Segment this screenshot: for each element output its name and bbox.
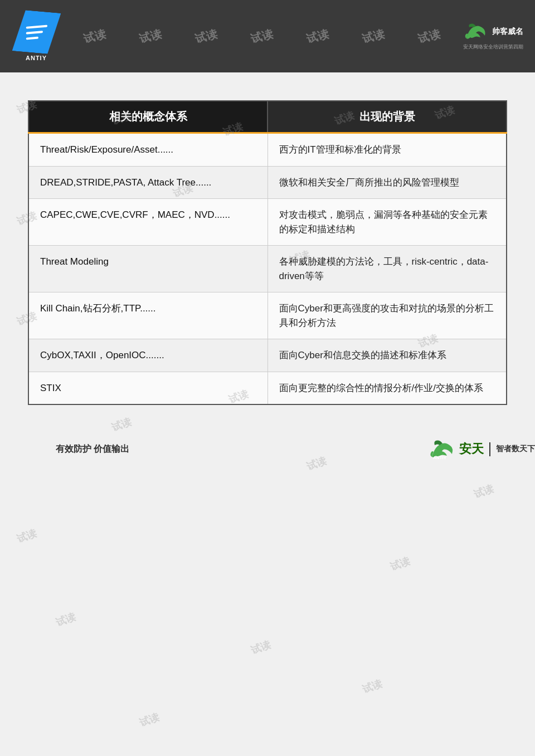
watermark-15: 试读: [361, 677, 384, 696]
watermark-14: 试读: [249, 638, 273, 657]
table-cell-left-5: CybOX,TAXII，OpenIOC.......: [28, 339, 268, 372]
main-content: 试读试读试读试读试读试读试读试读试读试读试读试读试读试读试读试读试读试读试读试读…: [0, 72, 535, 713]
table-row: CAPEC,CWE,CVE,CVRF，MAEC，NVD......对攻击模式，脆…: [28, 199, 507, 246]
table-header-row: 相关的概念体系 出现的背景: [28, 101, 507, 133]
right-logo-cn-text: 帅客威名: [492, 27, 523, 37]
table-cell-left-4: Kill Chain,钻石分析,TTP......: [28, 292, 268, 339]
header-wm-7: 试读: [416, 26, 442, 46]
table-cell-right-5: 面向Cyber和信息交换的描述和标准体系: [268, 339, 507, 372]
right-logo-subtitle: 安天网络安全培训营第四期: [463, 43, 523, 51]
table-cell-right-6: 面向更完整的综合性的情报分析/作业/交换的体系: [268, 372, 507, 404]
logo-line-2: [26, 31, 42, 35]
footer-logo-divider: [489, 442, 490, 456]
header-wm-3: 试读: [193, 26, 219, 46]
right-logo-area: 帅客威名 安天网络安全培训营第四期: [463, 11, 524, 61]
table-body: Threat/Risk/Exposure/Asset......西方的IT管理和…: [28, 133, 507, 405]
antiy-logo-text: ANTIY: [26, 55, 47, 61]
table-cell-left-0: Threat/Risk/Exposure/Asset......: [28, 133, 268, 167]
col2-header: 出现的背景: [268, 101, 507, 133]
concepts-table: 相关的概念体系 出现的背景 Threat/Risk/Exposure/Asset…: [28, 100, 507, 405]
table-row: Threat/Risk/Exposure/Asset......西方的IT管理和…: [28, 133, 507, 167]
footer-bird-icon: ANTIY: [429, 438, 456, 460]
table-row: CybOX,TAXII，OpenIOC.......面向Cyber和信息交换的描…: [28, 339, 507, 372]
watermark-11: 试读: [15, 526, 38, 546]
footer-slogan: 有效防护 价值输出: [56, 443, 129, 455]
watermark-9: 试读: [110, 415, 133, 435]
header-wm-1: 试读: [82, 26, 108, 46]
header-wm-4: 试读: [249, 26, 275, 46]
logo-diamond-shape: [12, 9, 61, 55]
right-logo-top: 帅客威名: [464, 22, 523, 41]
table-row: Threat Modeling各种威胁建模的方法论，工具，risk-centri…: [28, 246, 507, 292]
col1-header: 相关的概念体系: [28, 101, 268, 133]
table-cell-right-1: 微软和相关安全厂商所推出的风险管理模型: [268, 166, 507, 199]
antiy-logo: ANTIY: [11, 8, 61, 64]
header-wm-2: 试读: [138, 26, 163, 46]
footer-logo-text: 安天: [459, 441, 484, 457]
logo-line-1: [26, 25, 47, 28]
table-cell-right-2: 对攻击模式，脆弱点，漏洞等各种基础的安全元素的标定和描述结构: [268, 199, 507, 246]
header-watermark-area: 试读 试读 试读 试读 试读 试读 试读: [61, 29, 463, 44]
eagle-icon: [464, 22, 489, 41]
table-cell-right-3: 各种威胁建模的方法论，工具，risk-centric，data-driven等等: [268, 246, 507, 292]
logo-line-3: [26, 36, 38, 40]
table-cell-right-0: 西方的IT管理和标准化的背景: [268, 133, 507, 167]
table-cell-left-1: DREAD,STRIDE,PASTA, Attack Tree......: [28, 166, 268, 199]
watermark-16: 试读: [138, 710, 161, 730]
footer: 有效防护 价值输出 ANTIY 安天 智者数天下: [56, 438, 535, 460]
table-row: DREAD,STRIDE,PASTA, Attack Tree......微软和…: [28, 166, 507, 199]
footer-logo-sub: 智者数天下: [496, 444, 535, 454]
header-wm-6: 试读: [361, 26, 386, 46]
header-wm-5: 试读: [305, 26, 330, 46]
header: ANTIY 试读 试读 试读 试读 试读 试读 试读 帅客威名 安天网络安全培训…: [0, 0, 535, 72]
table-cell-left-6: STIX: [28, 372, 268, 404]
table-cell-right-4: 面向Cyber和更高强度的攻击和对抗的场景的分析工具和分析方法: [268, 292, 507, 339]
watermark-13: 试读: [54, 610, 77, 630]
watermark-12: 试读: [388, 554, 412, 574]
table-cell-left-2: CAPEC,CWE,CVE,CVRF，MAEC，NVD......: [28, 199, 268, 246]
logo-lines: [26, 25, 47, 40]
watermark-19: 试读: [472, 482, 495, 501]
table-cell-left-3: Threat Modeling: [28, 246, 268, 292]
table-row: STIX面向更完整的综合性的情报分析/作业/交换的体系: [28, 372, 507, 404]
svg-text:ANTIY: ANTIY: [433, 455, 447, 460]
table-row: Kill Chain,钻石分析,TTP......面向Cyber和更高强度的攻击…: [28, 292, 507, 339]
footer-logo: ANTIY 安天 智者数天下: [429, 438, 535, 460]
